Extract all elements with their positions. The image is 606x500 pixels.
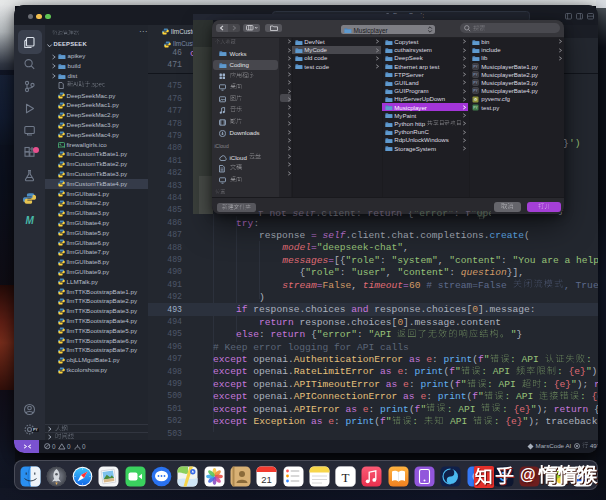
svg-text:21: 21 [261,474,272,485]
svg-text:⚙: ⚙ [474,97,478,102]
svg-text:T: T [342,470,350,485]
